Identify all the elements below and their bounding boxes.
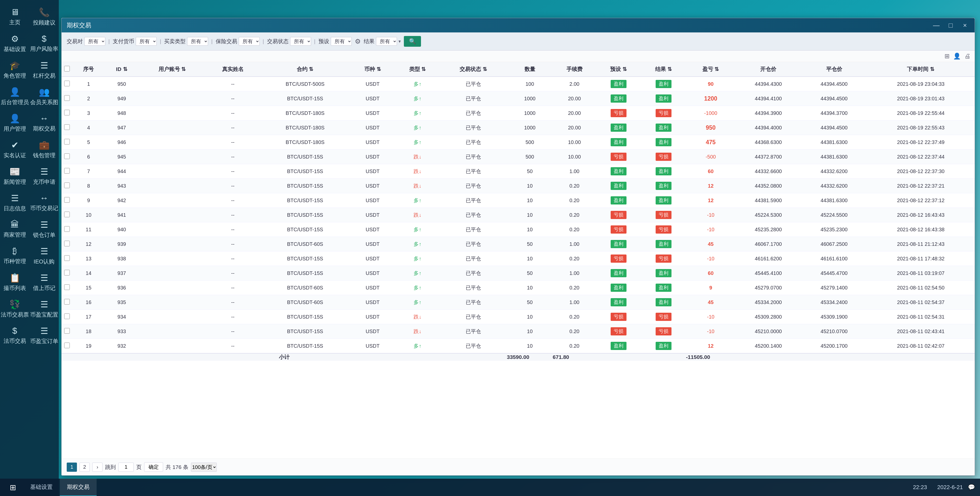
row-checkbox[interactable] — [62, 135, 72, 150]
sidebar-label-chongbi: 充币申请 — [33, 178, 56, 186]
wallet-icon: 💼 — [39, 140, 49, 150]
cell-close: 45279.1400 — [801, 280, 867, 295]
row-checkbox[interactable] — [62, 339, 72, 353]
taskbar-item-jichushezhi[interactable]: 基础设置 — [23, 479, 60, 496]
sidebar-item-bibd[interactable]: ☰ 币盈宝订单 — [29, 321, 59, 348]
per-page-select[interactable]: 100条/页 50条/页 20条/页 — [191, 463, 217, 472]
sidebar-item-xinwen[interactable]: 📰 新闻管理 — [0, 162, 29, 189]
sidebar-item-qihuo[interactable]: ↔ 期权交易 — [29, 109, 59, 135]
minimize-button[interactable]: — — [932, 21, 941, 29]
page-1-button[interactable]: 1 — [67, 463, 77, 472]
page-2-button[interactable]: 2 — [80, 463, 90, 472]
row-checkbox[interactable] — [62, 324, 72, 339]
cell-qty: 50 — [507, 164, 553, 179]
close-button[interactable]: × — [960, 21, 969, 29]
row-checkbox[interactable] — [62, 252, 72, 266]
list2-icon: ☰ — [40, 166, 48, 177]
print-icon[interactable]: 🖨 — [964, 52, 970, 60]
sidebar-item-jichushezhi[interactable]: ⚙ 基础设置 — [0, 29, 29, 55]
sidebar-item-bibi[interactable]: ↔ 币币交易记 — [29, 189, 59, 215]
cell-pnl: 60 — [686, 266, 736, 280]
maximize-button[interactable]: □ — [946, 21, 955, 29]
divider-1: | — [108, 38, 110, 44]
sidebar-item-bizhong[interactable]: ₿ 币种管理 — [0, 241, 29, 268]
cell-fee: 0.20 — [553, 193, 596, 208]
sidebar-item-ieo[interactable]: ☰ IEO认购 — [29, 241, 59, 268]
filter-select-jiaoyizt[interactable]: 所有 — [290, 37, 311, 46]
row-checkbox[interactable] — [62, 237, 72, 252]
sidebar-item-rizhi[interactable]: ☰ 日志信息 — [0, 189, 29, 215]
sidebar-item-fengxianlu[interactable]: $ 用户风险率 — [29, 29, 59, 55]
sidebar-item-ganggan[interactable]: ☰ 杠杆交易 — [29, 55, 59, 82]
row-checkbox[interactable] — [62, 222, 72, 237]
settings-icon[interactable]: ⚙ — [355, 38, 361, 46]
sidebar-item-pizhipz[interactable]: ☰ 币盈宝配置 — [29, 295, 59, 321]
sidebar-item-chongbi[interactable]: ☰ 充币申请 — [29, 162, 59, 189]
columns-icon[interactable]: ⊞ — [945, 52, 950, 60]
sidebar-item-suoding[interactable]: ☰ 锁仓订单 — [29, 215, 59, 241]
row-checkbox[interactable] — [62, 150, 72, 164]
row-checkbox[interactable] — [62, 280, 72, 295]
sidebar-item-zhuye[interactable]: 🖥 主页 — [0, 3, 29, 29]
table-row: 4 947 -- BTC/USDT-180S USDT 多↑ 已平仓 1000 … — [62, 120, 975, 135]
filter-select-yushe[interactable]: 所有 — [331, 37, 352, 46]
row-checkbox[interactable] — [62, 266, 72, 280]
taskbar-item-qihuojiaoy[interactable]: 期权交易 — [60, 479, 97, 496]
row-checkbox[interactable] — [62, 310, 72, 324]
filter-select-maimai[interactable]: 所有 — [187, 37, 208, 46]
sidebar-item-lianjie[interactable]: ☰ 借上币记 — [29, 268, 59, 295]
table-row: 3 948 -- BTC/USDT-180S USDT 多↑ 已平仓 1000 … — [62, 106, 975, 120]
sidebar-item-qianbao[interactable]: 💼 钱包管理 — [29, 135, 59, 162]
select-all-header[interactable] — [62, 62, 72, 76]
chat-icon[interactable]: 💬 — [968, 484, 975, 491]
row-checkbox[interactable] — [62, 91, 72, 106]
sidebar-item-houtai[interactable]: 👤 后台管理员 — [0, 82, 29, 109]
cell-close: 45200.1700 — [801, 339, 867, 353]
row-checkbox[interactable] — [62, 208, 72, 222]
user-toolbar-icon[interactable]: 👤 — [953, 52, 961, 60]
cell-close: 44394.4500 — [801, 91, 867, 106]
row-checkbox[interactable] — [62, 164, 72, 179]
col-fee: 手续费 — [553, 62, 596, 76]
page-confirm-button[interactable]: 确定 — [144, 462, 163, 472]
search-button[interactable]: 🔍 — [404, 36, 421, 47]
col-id: ID ⇅ — [105, 62, 139, 76]
chevron-down-icon: ▾ — [398, 38, 401, 44]
sidebar-item-yonghu[interactable]: 👤 用户管理 — [0, 109, 29, 135]
row-checkbox[interactable] — [62, 120, 72, 135]
cell-seq: 4 — [72, 120, 105, 135]
row-checkbox[interactable] — [62, 179, 72, 193]
sidebar-row-5: 👤 用户管理 ↔ 期权交易 — [0, 109, 59, 135]
start-button[interactable]: ⊞ — [5, 481, 21, 494]
cell-pnl: 475 — [686, 135, 736, 150]
row-checkbox[interactable] — [62, 106, 72, 120]
sidebar-item-huiyuan[interactable]: 👥 会员关系图 — [29, 82, 59, 109]
row-checkbox[interactable] — [62, 295, 72, 310]
filter-select-jieguo[interactable]: 所有 — [376, 37, 397, 46]
filter-select-zhifu[interactable]: 所有 — [136, 37, 157, 46]
sidebar-item-shiming[interactable]: ✔ 实名认证 — [0, 135, 29, 162]
sidebar-item-fabijy[interactable]: $ 法币交易 — [0, 321, 29, 348]
cell-yushe: 亏损 — [596, 208, 641, 222]
cell-fee: 0.20 — [553, 310, 596, 324]
page-next-button[interactable]: › — [92, 463, 102, 472]
filter-select-baoxian[interactable]: 所有 — [239, 37, 260, 46]
filter-select-jiaoyidui[interactable]: 所有 — [84, 37, 105, 46]
sidebar-item-bizhonglb[interactable]: 📋 撮币列表 — [0, 268, 29, 295]
sidebar-item-jiaose[interactable]: 🎓 角色管理 — [0, 55, 29, 82]
cell-jieguo: 盈利 — [641, 120, 686, 135]
sidebar-item-touzi[interactable]: 📞 投顾建议 — [29, 3, 59, 29]
sidebar-item-fabi[interactable]: 💱 法币交易票 — [0, 295, 29, 321]
row-checkbox[interactable] — [62, 193, 72, 208]
sidebar-item-shangjia[interactable]: 🏛 商家管理 — [0, 215, 29, 241]
cell-type: 多↑ — [395, 295, 440, 310]
sidebar-label-jichushezhi: 基础设置 — [3, 46, 26, 53]
cell-coin: USDT — [350, 324, 395, 339]
cell-open: 44394.4000 — [735, 120, 801, 135]
cell-yushe: 盈利 — [596, 76, 641, 91]
table-row: 5 946 -- BTC/USDT-180S USDT 多↑ 已平仓 500 1… — [62, 135, 975, 150]
cell-time: 2021-08-11 21:12:43 — [867, 237, 975, 252]
page-goto-input[interactable] — [118, 463, 134, 472]
table-row: 9 942 -- BTC/USDT-15S USDT 多↑ 已平仓 10 0.2… — [62, 193, 975, 208]
row-checkbox[interactable] — [62, 76, 72, 91]
